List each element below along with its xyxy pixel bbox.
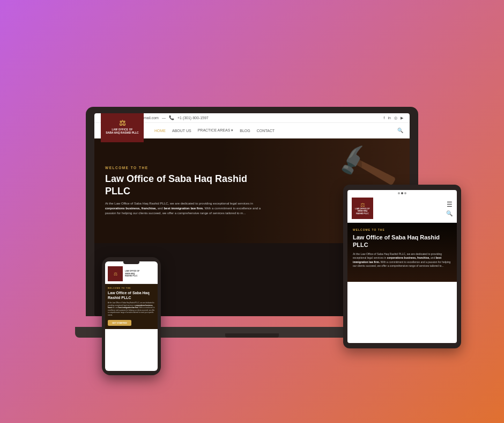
- phone-site-header: ⚖ LAW OFFICE OFSABA HAQRASHID PLLC: [105, 264, 158, 284]
- tablet-hero: WELCOME TO THE Law Office of Saba Haq Ra…: [347, 223, 457, 282]
- tablet-hero-title: Law Office of Saba Haq Rashid PLLC: [353, 234, 451, 249]
- background: ✉ sabahaq.lawoffice@gmail.com — 📞 +1 (30…: [0, 0, 504, 423]
- phone-icon: 📞: [169, 115, 174, 120]
- topbar-separator: —: [162, 116, 166, 120]
- tablet-hero-sub: WELCOME TO THE: [353, 228, 451, 231]
- nav-links: HOME ABOUT US PRACTICE AREAS ▾ BLOG CONT…: [154, 128, 275, 133]
- site-header: ✉ sabahaq.lawoffice@gmail.com — 📞 +1 (30…: [94, 113, 410, 138]
- site-logo: ⚖ LAW OFFICE OF SABA HAQ RASHID PLLC: [101, 113, 144, 142]
- nav-practice[interactable]: PRACTICE AREAS ▾: [198, 128, 234, 133]
- nav-home[interactable]: HOME: [154, 129, 166, 133]
- nav-blog[interactable]: BLOG: [240, 129, 250, 133]
- phone-hero-title: Law Office of Saba Haq Rashid PLLC: [108, 290, 155, 300]
- logo-firm-name: SABA HAQ RASHID PLLC: [106, 131, 138, 134]
- phone-hero-sub: WELCOME TO THE: [108, 287, 155, 289]
- phone-screen: ⚖ LAW OFFICE OFSABA HAQRASHID PLLC WELCO…: [105, 261, 158, 371]
- linkedin-icon: in: [388, 116, 391, 120]
- facebook-icon: f: [384, 116, 385, 120]
- phone-logo-icon: ⚖: [114, 272, 117, 276]
- search-icon[interactable]: 🔍: [397, 128, 403, 133]
- hero-title: Law Office of Saba Haq Rashid PLLC: [105, 173, 266, 197]
- phone-mockup: ⚖ LAW OFFICE OFSABA HAQRASHID PLLC WELCO…: [102, 257, 161, 375]
- laptop-mockup: ✉ sabahaq.lawoffice@gmail.com — 📞 +1 (30…: [86, 107, 418, 338]
- hero-description: At the Law Office of Saba Haq Rashid PLL…: [105, 201, 266, 216]
- site-nav: ⚖ LAW OFFICE OF SABA HAQ RASHID PLLC HOM…: [94, 123, 410, 138]
- phone-logo-text: LAW OFFICE OFSABA HAQRASHID PLLC: [125, 270, 139, 278]
- logo-scales-icon: ⚖: [119, 119, 126, 127]
- tablet-dot-3: [404, 192, 406, 194]
- tablet-dot-2: [401, 192, 403, 194]
- youtube-icon: ▶: [401, 116, 403, 120]
- phone-logo: ⚖: [108, 266, 123, 281]
- tablet-hero-desc: At the Law Office of Saba Haq Rashid PLL…: [353, 252, 451, 268]
- hero-subtitle: WELCOME TO THE: [105, 166, 399, 170]
- topbar-social: f in ◎ ▶: [384, 116, 403, 120]
- hero-content: WELCOME TO THE Law Office of Saba Haq Ra…: [105, 166, 399, 216]
- nav-about[interactable]: ABOUT US: [172, 129, 191, 133]
- topbar-phone: +1 (301) 800-1597: [177, 116, 209, 120]
- phone-cta-button[interactable]: GET STARTED: [108, 320, 131, 326]
- tablet-search-icon[interactable]: 🔍: [446, 210, 453, 216]
- tablet-dots: [398, 192, 406, 194]
- tablet-header-right: ☰ 🔍: [446, 201, 453, 216]
- nav-contact[interactable]: CONTACT: [257, 129, 275, 133]
- phone-hero: WELCOME TO THE Law Office of Saba Haq Ra…: [105, 284, 158, 329]
- hamburger-icon[interactable]: ☰: [447, 201, 453, 208]
- phone-hero-desc: At the Law Office of Saba Haq Rashid PLL…: [108, 302, 155, 316]
- whatsapp-icon: ◎: [394, 116, 397, 120]
